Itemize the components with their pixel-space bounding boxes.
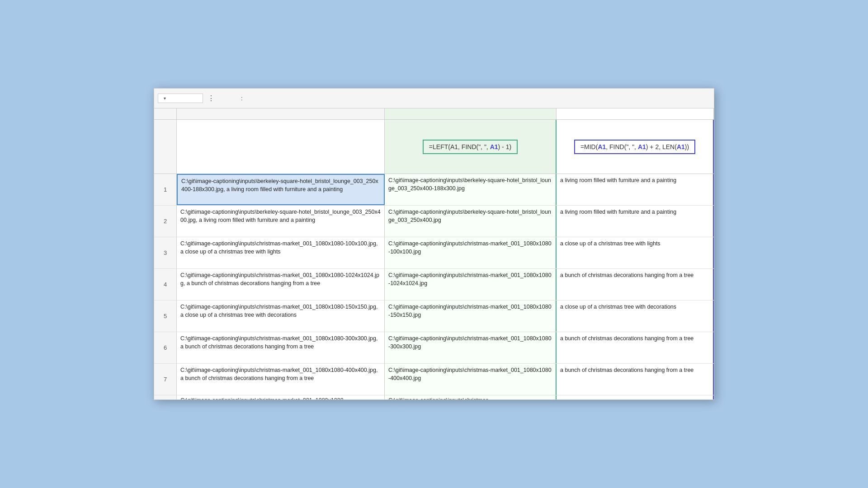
formula-display-area: =LEFT(A1, FIND(", ", A1) - 1) =MID(A1, F… [154, 120, 714, 174]
cell-c-2[interactable]: a living room filled with furniture and … [557, 206, 714, 237]
cell-a-6[interactable]: C:\git\image-captioning\inputs\christmas… [177, 332, 385, 363]
cancel-icon[interactable] [219, 98, 223, 99]
partial-cell-b: C:\git\image-captioning\inputs\christmas… [385, 395, 557, 399]
cell-b-1[interactable]: C:\git\image-captioning\inputs\berkeley-… [385, 174, 557, 205]
spreadsheet: ▾ ⋮ =LEFT(A1, FIND(", ", A1) - 1) =MID(A… [154, 88, 714, 400]
cell-a-5[interactable]: C:\git\image-captioning\inputs\christmas… [177, 300, 385, 332]
fx-icon[interactable] [232, 98, 236, 99]
data-area: 1 C:\git\image-captioning\inputs\berkele… [154, 174, 714, 399]
row-number: 4 [154, 269, 177, 300]
cell-a-7[interactable]: C:\git\image-captioning\inputs\christmas… [177, 364, 385, 395]
more-options-icon[interactable]: ⋮ [206, 93, 217, 103]
formula-display-col-c: =MID(A1, FIND(", ", A1) + 2, LEN(A1)) [557, 120, 714, 174]
cell-b-2[interactable]: C:\git\image-captioning\inputs\berkeley-… [385, 206, 557, 237]
table-row[interactable]: 7 C:\git\image-captioning\inputs\christm… [154, 364, 714, 395]
cell-a-2[interactable]: C:\git\image-captioning\inputs\berkeley-… [177, 206, 385, 237]
row-number: 7 [154, 364, 177, 395]
cell-c-5[interactable]: a close up of a christmas tree with deco… [557, 300, 714, 332]
cell-c-1[interactable]: a living room filled with furniture and … [557, 174, 714, 205]
formula-display-col-b: =LEFT(A1, FIND(", ", A1) - 1) [385, 120, 557, 174]
table-row[interactable]: 2 C:\git\image-captioning\inputs\berkele… [154, 206, 714, 237]
cell-c-4[interactable]: a bunch of christmas decorations hanging… [557, 269, 714, 300]
cell-a-1[interactable]: C:\git\image-captioning\inputs\berkeley-… [177, 174, 385, 205]
col-header-a[interactable] [177, 108, 385, 119]
partial-row: C:\git\image-captioning\inputs\christmas… [154, 395, 714, 399]
cell-a-3[interactable]: C:\git\image-captioning\inputs\christmas… [177, 237, 385, 268]
formula-display-row-num [154, 120, 177, 174]
cell-c-6[interactable]: a bunch of christmas decorations hanging… [557, 332, 714, 363]
table-row[interactable]: 4 C:\git\image-captioning\inputs\christm… [154, 269, 714, 300]
table-row[interactable]: 5 C:\git\image-captioning\inputs\christm… [154, 300, 714, 332]
col-header-b[interactable] [385, 108, 557, 119]
cell-c-3[interactable]: a close up of a christmas tree with ligh… [557, 237, 714, 268]
partial-cell-a: C:\git\image-captioning\inputs\christmas… [177, 395, 385, 399]
cell-b-5[interactable]: C:\git\image-captioning\inputs\christmas… [385, 300, 557, 332]
formula-input[interactable] [238, 93, 710, 103]
formula-bar: ▾ ⋮ [154, 89, 714, 108]
col-header-c[interactable] [557, 108, 714, 119]
partial-row-num [154, 395, 177, 399]
formula-bar-icons: ⋮ [206, 93, 236, 103]
row-number: 3 [154, 237, 177, 268]
cell-a-4[interactable]: C:\git\image-captioning\inputs\christmas… [177, 269, 385, 300]
cell-b-7[interactable]: C:\git\image-captioning\inputs\christmas… [385, 364, 557, 395]
table-row[interactable]: 6 C:\git\image-captioning\inputs\christm… [154, 332, 714, 364]
formula-c-box: =MID(A1, FIND(", ", A1) + 2, LEN(A1)) [574, 140, 695, 154]
cell-b-4[interactable]: C:\git\image-captioning\inputs\christmas… [385, 269, 557, 300]
row-number: 6 [154, 332, 177, 363]
column-headers [154, 108, 714, 120]
row-number: 5 [154, 300, 177, 332]
row-number: 2 [154, 206, 177, 237]
partial-cell-c [557, 395, 714, 399]
formula-b-box: =LEFT(A1, FIND(", ", A1) - 1) [423, 140, 518, 154]
table-row[interactable]: 3 C:\git\image-captioning\inputs\christm… [154, 237, 714, 269]
cell-name-box[interactable]: ▾ [158, 94, 203, 103]
formula-display-col-a [177, 120, 385, 174]
row-num-header [154, 108, 177, 119]
table-row[interactable]: 1 C:\git\image-captioning\inputs\berkele… [154, 174, 714, 206]
row-number: 1 [154, 174, 177, 205]
cell-b-3[interactable]: C:\git\image-captioning\inputs\christmas… [385, 237, 557, 268]
cell-c-7[interactable]: a bunch of christmas decorations hanging… [557, 364, 714, 395]
chevron-down-icon[interactable]: ▾ [164, 96, 166, 101]
confirm-icon[interactable] [226, 98, 229, 99]
cell-b-6[interactable]: C:\git\image-captioning\inputs\christmas… [385, 332, 557, 363]
